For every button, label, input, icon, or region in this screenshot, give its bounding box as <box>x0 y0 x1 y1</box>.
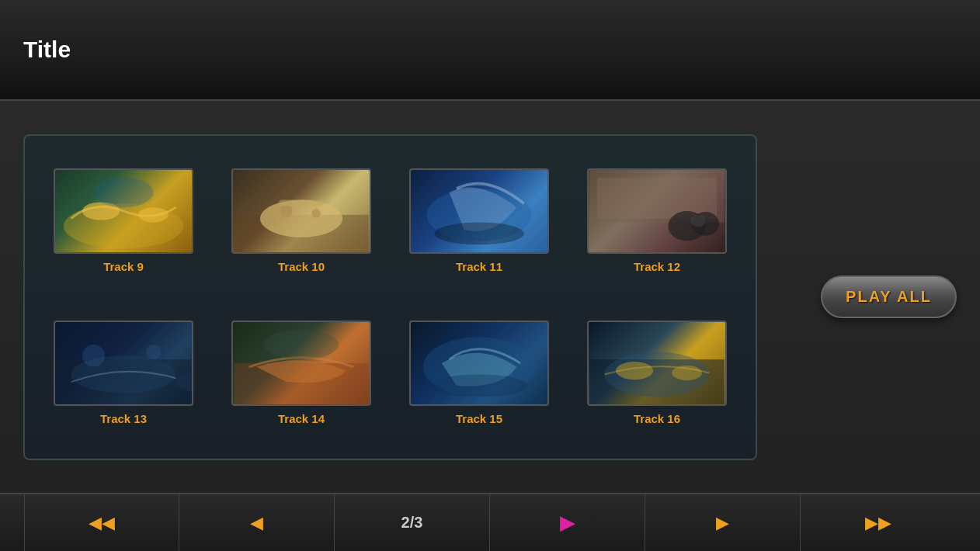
track-cell-11[interactable]: Track 11 <box>396 151 562 292</box>
prev-button[interactable]: ◀ <box>179 494 335 551</box>
track-thumb-13 <box>54 321 193 406</box>
track-grid: Track 9 Track 10 <box>23 134 757 460</box>
track-thumb-15 <box>409 321 549 406</box>
page-indicator-container: 2/3 <box>335 494 490 551</box>
svg-point-22 <box>264 329 339 359</box>
svg-point-7 <box>311 209 321 218</box>
page-indicator: 2/3 <box>401 514 423 532</box>
prev-icon: ◀ <box>250 513 263 533</box>
fast-forward-icon: ▶▶ <box>865 513 891 533</box>
top-bar: Title <box>0 0 980 101</box>
track-cell-9[interactable]: Track 9 <box>40 151 207 292</box>
track-label-10: Track 10 <box>278 260 325 273</box>
track-label-11: Track 11 <box>456 260 502 273</box>
track-thumb-10 <box>231 168 371 254</box>
next-button[interactable]: ▶ <box>645 494 801 551</box>
svg-point-6 <box>280 206 292 217</box>
track-cell-16[interactable]: Track 16 <box>574 303 740 443</box>
track-cell-15[interactable]: Track 15 <box>396 303 562 443</box>
track-thumb-14 <box>231 321 371 406</box>
track-label-16: Track 16 <box>634 412 680 425</box>
track-cell-13[interactable]: Track 13 <box>40 303 207 443</box>
svg-rect-12 <box>597 178 717 219</box>
rewind-button[interactable]: ◀◀ <box>24 494 179 551</box>
track-label-9: Track 9 <box>103 260 144 273</box>
svg-point-10 <box>434 223 524 245</box>
track-label-14: Track 14 <box>278 412 325 425</box>
fast-forward-button[interactable]: ▶▶ <box>801 494 956 551</box>
svg-point-3 <box>93 178 153 208</box>
svg-point-24 <box>430 374 527 397</box>
track-thumb-9 <box>54 168 193 254</box>
next-icon: ▶ <box>716 513 729 533</box>
play-button[interactable]: ▶ <box>490 494 645 551</box>
track-label-15: Track 15 <box>456 412 502 425</box>
track-cell-14[interactable]: Track 14 <box>218 303 384 443</box>
main-area: Track 9 Track 10 <box>0 101 980 493</box>
track-cell-10[interactable]: Track 10 <box>218 151 384 292</box>
track-cell-12[interactable]: Track 12 <box>574 151 740 292</box>
rewind-icon: ◀◀ <box>89 513 115 533</box>
svg-point-15 <box>690 215 705 227</box>
track-thumb-16 <box>587 321 727 406</box>
page-title: Title <box>23 36 71 63</box>
svg-point-20 <box>146 345 161 359</box>
bottom-nav-bar: ◀◀ ◀ 2/3 ▶ ▶ ▶▶ <box>0 493 980 551</box>
track-thumb-11 <box>409 168 549 254</box>
play-icon: ▶ <box>560 511 575 535</box>
play-all-label: PLAY ALL <box>846 288 932 306</box>
svg-point-19 <box>82 345 105 367</box>
svg-rect-8 <box>279 200 324 206</box>
track-label-12: Track 12 <box>634 260 680 273</box>
track-thumb-12 <box>587 168 727 254</box>
play-all-button[interactable]: PLAY ALL <box>821 276 957 318</box>
track-label-13: Track 13 <box>100 412 147 425</box>
